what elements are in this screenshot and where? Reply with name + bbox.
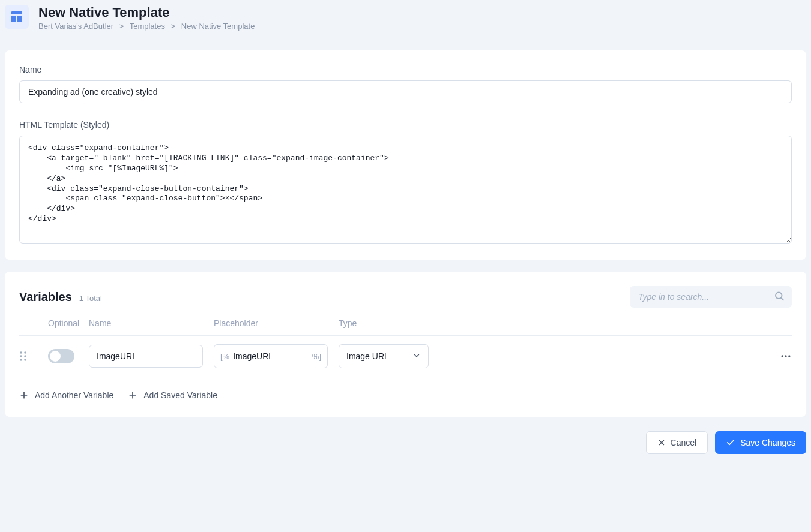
optional-toggle[interactable] [48,349,74,363]
variables-card: Variables 1 Total Optional Name Placehol… [5,272,806,417]
column-optional: Optional [48,318,89,328]
svg-point-8 [24,355,26,357]
column-type: Type [339,318,763,328]
plus-icon [128,390,137,400]
column-placeholder: Placeholder [214,318,339,328]
variable-placeholder-input[interactable]: [% %] [214,344,328,368]
page-title: New Native Template [38,5,255,20]
breadcrumb-templates[interactable]: Templates [130,22,165,31]
cancel-button[interactable]: Cancel [646,431,708,454]
plus-icon [19,390,29,400]
search-icon [774,291,785,303]
column-name: Name [89,318,214,328]
variables-table-header: Optional Name Placeholder Type [19,318,792,336]
svg-point-6 [24,351,26,354]
html-template-textarea[interactable] [19,136,792,244]
html-template-label: HTML Template (Styled) [19,120,792,130]
variable-type-select[interactable]: Image URL [339,344,429,368]
footer-actions: Cancel Save Changes [5,429,806,461]
svg-point-7 [20,355,22,357]
page-header: New Native Template Bert Varias's AdButl… [5,5,806,38]
svg-rect-2 [17,16,22,22]
svg-line-4 [781,298,783,300]
variable-name-input[interactable] [89,345,203,368]
more-icon [780,350,792,362]
breadcrumb-current: New Native Template [181,22,255,31]
svg-point-11 [782,355,783,357]
svg-rect-0 [11,11,22,14]
svg-point-13 [788,355,790,357]
template-form-card: Name HTML Template (Styled) [5,50,806,260]
row-actions-menu[interactable] [763,350,792,362]
variables-search-input[interactable] [630,286,792,308]
svg-rect-1 [11,16,16,22]
breadcrumb-root[interactable]: Bert Varias's AdButler [38,22,113,31]
svg-point-10 [24,359,26,361]
svg-point-9 [20,359,22,361]
drag-handle-icon[interactable] [19,351,48,362]
name-label: Name [19,65,792,74]
chevron-down-icon [412,351,421,362]
template-icon [5,5,29,29]
variable-row: [% %] Image URL [19,336,792,377]
check-icon [726,438,735,447]
save-changes-button[interactable]: Save Changes [715,431,806,454]
variables-count: 1 Total [79,294,102,303]
svg-point-5 [20,351,22,354]
variables-title: Variables [19,290,72,304]
svg-point-12 [785,355,786,357]
close-icon [657,438,666,447]
add-another-variable-button[interactable]: Add Another Variable [19,388,113,402]
name-input[interactable] [19,80,792,103]
breadcrumb: Bert Varias's AdButler > Templates > New… [38,22,255,31]
add-saved-variable-button[interactable]: Add Saved Variable [128,388,217,402]
